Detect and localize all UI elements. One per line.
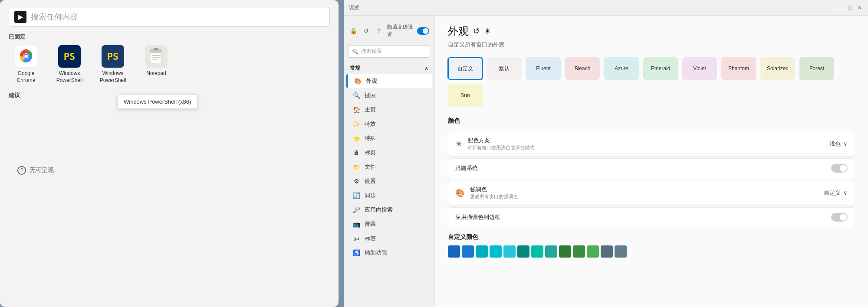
maximize-button[interactable]: □ [847,5,853,11]
app-item-powershell1[interactable]: PS WindowsPowerShell [52,45,87,84]
advanced-toggle[interactable]: 隐藏高级设置 [387,23,429,38]
nav-item-screen[interactable]: 📺 屏幕 [346,217,432,231]
color-swatch-4[interactable] [490,245,502,258]
nav-item-home[interactable]: 🏠 主页 [346,103,432,117]
sidebar-top: 🔒 ↺ ? 隐藏高级设置 [344,20,434,42]
nav-item-tabpage[interactable]: 🖥 标页 [346,146,432,160]
color-swatch-3[interactable] [476,245,488,258]
theme-phantom[interactable]: Phantom [721,57,756,80]
theme-swatch-forest[interactable]: Forest [799,57,834,80]
effects-icon: ✨ [352,120,360,128]
search-nav-icon: 🔍 [352,91,360,99]
pinned-apps: GoogleChrome PS WindowsPowerShell PS Win… [9,45,330,84]
accent-color-icon: 🎨 [455,188,465,198]
no-results-text: 无可呈现 [30,167,54,174]
accent-border-toggle[interactable] [831,213,848,222]
color-swatch-11[interactable] [587,245,599,258]
theme-swatch-emerald[interactable]: Emerald [643,57,678,80]
color-swatch-2[interactable] [462,245,474,258]
close-button[interactable]: ✕ [857,5,863,11]
search-settings-icon: 🔍 [352,49,358,55]
nav-section-chevron: ∧ [424,65,428,72]
advanced-toggle-switch[interactable] [417,27,429,35]
color-scheme-label: 配色方案 [467,137,534,144]
theme-swatch-solarized[interactable]: Solarized [760,57,795,80]
color-scheme-row: ☀ 配色方案 对所有窗口使用浅色或深色模式 浅色 ∨ [448,131,855,157]
color-swatch-1[interactable] [448,245,460,258]
theme-swatch-fluent[interactable]: Fluent [526,57,561,80]
powershell1-icon: PS [58,45,81,68]
help-icon[interactable]: ? [374,26,383,36]
app-item-notepad[interactable]: Notepad [139,45,174,84]
nav-item-inapp-search[interactable]: 🔎 应用内搜索 [346,203,432,217]
nav-item-appearance[interactable]: 🎨 外观 [346,74,432,88]
custom-colors-section: 自定义颜色 [448,233,855,258]
chrome-label: GoogleChrome [17,70,36,84]
nav-item-home-label: 主页 [365,106,376,114]
color-swatch-10[interactable] [573,245,585,258]
lock-icon[interactable]: 🔒 [349,26,358,36]
search-placeholder[interactable]: 搜索任何内容 [31,12,324,22]
theme-forest[interactable]: Forest [799,57,834,80]
accent-color-row: 🎨 强调色 更改所有窗口的强调色 自定义 ∨ [448,180,855,206]
theme-solarized[interactable]: Solarized [760,57,795,80]
theme-azure[interactable]: Azure [604,57,639,80]
color-scheme-value[interactable]: 浅色 ∨ [829,140,848,148]
color-swatch-7[interactable] [531,245,543,258]
nav-item-tags[interactable]: 🏷 标签 [346,232,432,245]
theme-swatch-default[interactable]: 默认 [487,57,522,80]
theme-emerald[interactable]: Emerald [643,57,678,80]
settings-sidebar: 🔒 ↺ ? 隐藏高级设置 🔍 搜索设置 常规 ∧ [344,16,435,307]
color-swatch-6[interactable] [517,245,529,258]
theme-swatch-custom[interactable]: 自定义 [448,57,483,80]
color-scheme-chevron: ∨ [843,140,848,147]
nav-section-general: 常规 ∧ 🎨 外观 🔍 搜索 🏠 主页 ✨ 特效 [344,61,434,262]
no-results-icon: ? [17,166,26,175]
app-item-chrome[interactable]: GoogleChrome [9,45,43,84]
theme-swatch-azure[interactable]: Azure [604,57,639,80]
color-swatch-5[interactable] [503,245,516,258]
minimize-button[interactable]: — [838,5,844,11]
nav-item-search-label: 搜索 [365,91,376,99]
color-swatch-13[interactable] [615,245,627,258]
inapp-search-icon: 🔎 [352,206,360,214]
nav-item-settings[interactable]: ⚙ 设置 [346,174,432,188]
theme-default[interactable]: 默认 [487,57,522,80]
theme-sun[interactable]: Sun [448,84,483,107]
color-swatch-8[interactable] [545,245,557,258]
nav-item-settings-label: 设置 [365,177,376,185]
page-title-icon2: ☀ [484,26,491,36]
accent-color-value[interactable]: 自定义 ∨ [824,189,848,197]
theme-violet[interactable]: Violet [682,57,717,80]
search-settings-bar[interactable]: 🔍 搜索设置 [348,45,430,58]
settings-panel: 设置 — □ ✕ 🔒 ↺ ? 隐藏高级设置 🔍 搜索设置 [344,0,868,307]
home-icon: 🏠 [352,106,360,114]
sync-icon: 🔄 [352,192,360,199]
theme-fluent[interactable]: Fluent [526,57,561,80]
settings-body: 🔒 ↺ ? 隐藏高级设置 🔍 搜索设置 常规 ∧ [344,16,868,307]
colors-section-title: 颜色 [448,117,855,125]
nav-item-special[interactable]: ⭐ 特殊 [346,131,432,145]
theme-swatch-sun[interactable]: Sun [448,84,483,107]
theme-swatch-violet[interactable]: Violet [682,57,717,80]
nav-item-effects[interactable]: ✨ 特效 [346,117,432,131]
nav-item-sync[interactable]: 🔄 同步 [346,189,432,202]
special-icon: ⭐ [352,134,360,142]
nav-item-files-label: 文件 [365,163,376,171]
theme-bleach[interactable]: Bleach [565,57,600,80]
nav-item-accessibility[interactable]: ♿ 辅助功能 [346,246,432,260]
theme-swatch-phantom[interactable]: Phantom [721,57,756,80]
nav-item-search[interactable]: 🔍 搜索 [346,88,432,102]
powershell2-icon: PS [102,45,124,68]
nav-item-files[interactable]: 📁 文件 [346,160,432,174]
accent-color-sublabel: 更改所有窗口的强调色 [470,193,518,200]
theme-swatch-bleach[interactable]: Bleach [565,57,600,80]
settings-icon: ⚙ [352,177,360,185]
color-swatch-9[interactable] [559,245,571,258]
app-item-powershell2[interactable]: PS WindowsPowerShell [95,45,130,84]
color-swatch-12[interactable] [601,245,613,258]
follow-system-toggle[interactable] [831,164,848,173]
theme-custom[interactable]: 自定义 [448,57,483,80]
refresh-icon[interactable]: ↺ [362,26,371,36]
search-bar[interactable]: ▶ 搜索任何内容 [9,7,330,27]
